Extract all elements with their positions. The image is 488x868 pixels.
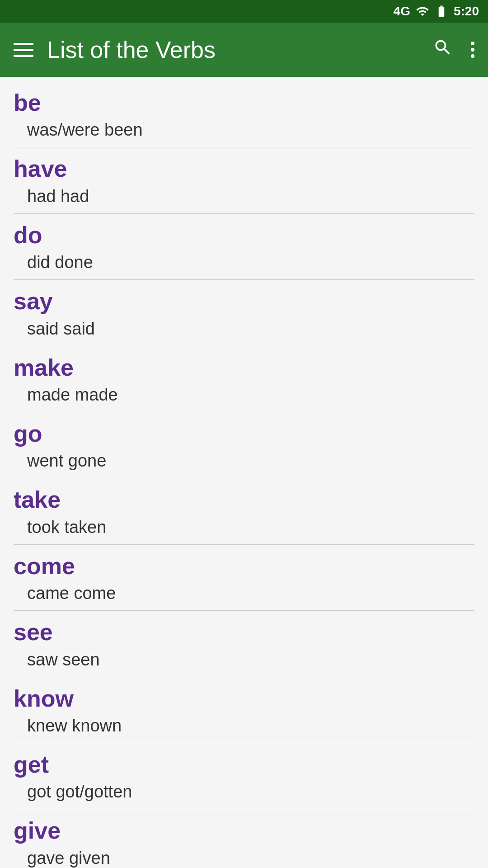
verb-forms: was/were been: [0, 118, 488, 147]
verb-forms: did done: [0, 251, 488, 279]
signal-icon: [416, 5, 429, 18]
list-item[interactable]: comecame come: [0, 545, 488, 611]
verb-forms: made made: [0, 383, 488, 412]
status-bar: 4G 5:20: [0, 0, 488, 23]
verb-forms: came come: [0, 582, 488, 610]
more-options-button[interactable]: [471, 42, 474, 58]
hamburger-line-1: [14, 43, 33, 45]
hamburger-line-3: [14, 55, 33, 57]
verb-base: say: [14, 288, 53, 314]
verb-base: make: [14, 354, 74, 381]
battery-icon: [435, 5, 448, 18]
verb-base: be: [14, 90, 41, 116]
search-icon: [433, 38, 453, 57]
verb-list: bewas/were beenhavehad haddodid donesays…: [0, 77, 488, 868]
verb-forms: knew known: [0, 714, 488, 743]
verb-base: get: [14, 751, 49, 778]
more-dot-2: [471, 48, 474, 52]
list-item[interactable]: givegave given: [0, 809, 488, 868]
network-type: 4G: [394, 4, 410, 19]
list-item[interactable]: bewas/were been: [0, 81, 488, 147]
verb-base: go: [14, 420, 42, 447]
verb-forms: got got/gotten: [0, 780, 488, 809]
time: 5:20: [454, 4, 479, 19]
list-item[interactable]: makemade made: [0, 346, 488, 412]
list-item[interactable]: saysaid said: [0, 280, 488, 346]
verb-base: know: [14, 685, 74, 712]
list-item[interactable]: dodid done: [0, 214, 488, 280]
verb-forms: had had: [0, 185, 488, 213]
list-item[interactable]: seesaw seen: [0, 611, 488, 677]
hamburger-line-2: [14, 49, 33, 51]
verb-forms: went gone: [0, 449, 488, 478]
verb-base: give: [14, 817, 61, 844]
verb-base: have: [14, 156, 67, 182]
list-item[interactable]: gowent gone: [0, 412, 488, 478]
verb-base: do: [14, 222, 42, 248]
app-bar: List of the Verbs: [0, 23, 488, 77]
list-item[interactable]: knowknew known: [0, 677, 488, 743]
more-dot-3: [471, 54, 474, 58]
verb-base: take: [14, 486, 61, 513]
verb-forms: saw seen: [0, 648, 488, 677]
verb-forms: gave given: [0, 847, 488, 868]
list-item[interactable]: havehad had: [0, 147, 488, 213]
verb-base: see: [14, 619, 53, 645]
page-title: List of the Verbs: [47, 36, 415, 63]
search-button[interactable]: [428, 33, 457, 66]
more-dot-1: [471, 42, 474, 45]
verb-forms: took taken: [0, 516, 488, 544]
verb-base: come: [14, 553, 75, 579]
list-item[interactable]: taketook taken: [0, 478, 488, 544]
menu-button[interactable]: [14, 43, 33, 57]
list-item[interactable]: getgot got/gotten: [0, 743, 488, 809]
verb-forms: said said: [0, 317, 488, 346]
